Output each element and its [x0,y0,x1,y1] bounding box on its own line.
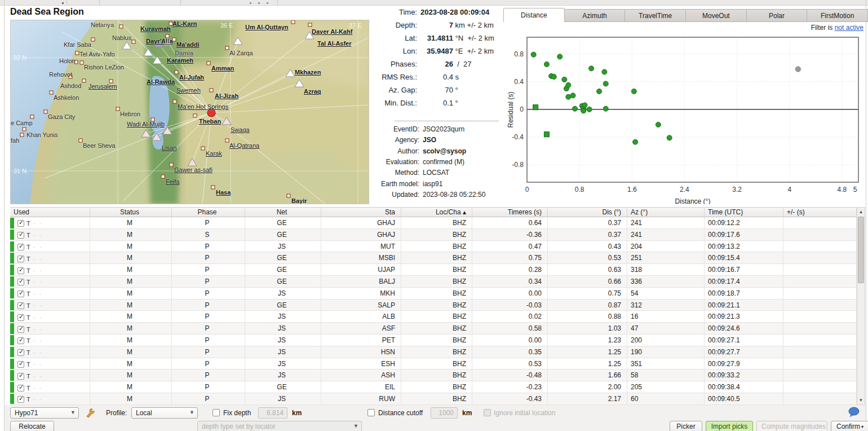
table-scrollbar[interactable]: ▲ ▼ [857,207,865,405]
fix-depth-checkbox[interactable] [212,409,220,416]
map-station-label: Karak [206,150,222,157]
cell-timeres: 0.58 [472,323,548,334]
relocate-button[interactable]: Relocate [10,421,54,431]
comment-bubble-icon[interactable] [848,407,860,417]
used-checkbox[interactable]: ✓ [17,256,24,262]
arrival-row[interactable]: ✓T- -MPGEUJAPBHZ0.280.6331800:09:16.7 [10,264,857,276]
used-checkbox[interactable]: ✓ [17,373,24,380]
used-checkbox[interactable]: ✓ [17,396,24,403]
arrival-row[interactable]: ✓T- -MPGEMSBIBHZ0.750.5325100:09:15.4 [10,252,857,264]
map-city-label: Kfar Saba [64,41,91,48]
tab-distance[interactable]: Distance [503,8,565,22]
svg-text:0.4: 0.4 [514,78,524,86]
cell-cha: BHZ [401,229,472,240]
map-region-title: Dead Sea Region [10,7,84,17]
used-checkbox[interactable]: ✓ [17,302,24,309]
scroll-up-icon[interactable]: ▲ [857,208,865,216]
used-checkbox[interactable]: ✓ [17,326,24,333]
arrival-row[interactable]: ✓T- -MPJSHSNBHZ0.351.2519000:09:27.7 [10,346,857,358]
residual-distance-plot[interactable]: 00.81.62.43.244.850.80.40-0.4-0.8Distanc… [507,34,868,204]
column-header-time-utc-[interactable]: Time (UTC) [705,208,783,217]
column-header-timeres-s-[interactable]: Timeres (s) [472,208,548,217]
plot-series-circle[interactable] [531,52,672,144]
profile-select[interactable]: Local ▼ [131,407,198,419]
column-header--s-[interactable]: +/- (s) [783,208,857,217]
arrival-row[interactable]: ✓T- -MPJSASFBHZ0.581.034700:09:24.6 [10,323,857,335]
column-header-dis-[interactable]: Dis (°) [548,208,627,217]
arrival-row[interactable]: ✓T- -MSGEGHAJBHZ-0.360.3724100:09:17.6 [10,229,857,241]
used-checkbox[interactable]: ✓ [17,361,24,368]
filter-status-link[interactable]: not active [835,24,863,32]
tab-traveltime[interactable]: TravelTime [625,9,686,22]
check-icon: ✓ [19,360,24,367]
used-checkbox[interactable]: ✓ [17,337,24,344]
map-station-label: Swaqa [231,126,250,133]
locator-select[interactable]: Hypo71 ▼ [10,407,79,419]
scolv-location-view: Dead Sea Region 32 N31 N35 E36 E37 ENeta… [0,0,868,431]
arrival-row[interactable]: ✓T- -MPJSALBBHZ0.020.881600:09:21.3 [10,311,857,323]
check-icon: ✓ [19,289,24,297]
used-weight-dashes: - - [33,244,43,250]
arrival-row[interactable]: ✓T- -MPGEGHAJBHZ0.640.3724100:09:12.2 [10,217,857,229]
used-weight-dashes: - - [33,303,43,309]
cell-time: 00:09:17.4 [705,276,783,287]
scrollbar-thumb[interactable] [858,217,864,283]
arrival-row[interactable]: ✓T- -MPGEEILBHZ-0.232.0020500:09:38.4 [10,381,857,393]
used-checkbox[interactable]: ✓ [17,314,24,321]
used-checkbox[interactable]: ✓ [17,244,24,250]
station-map[interactable]: 32 N31 N35 E36 E37 ENetanyaNablusKfar Sa… [10,20,369,204]
arrival-row[interactable]: ✓T- -MPJSMUTBHZ0.470.4320400:09:13.2 [10,241,857,253]
event-info-row: Updated:2023-08-28 05:22:50 [355,191,507,201]
column-header-net[interactable]: Net [245,208,321,217]
arrival-row[interactable]: ✓T- -MPJSPETBHZ0.001.2320000:09:27.1 [10,335,857,346]
tab-polar[interactable]: Polar [747,9,808,22]
plot-series-circle[interactable] [795,67,800,72]
column-header-az-[interactable]: Az (°) [627,208,705,217]
data-point [533,105,538,110]
place-marker [91,38,95,41]
fix-depth-input[interactable]: 6.814 [258,407,287,419]
used-checkbox[interactable]: ✓ [17,232,24,239]
cell-az: 190 [627,346,705,358]
tab-azimuth[interactable]: Azimuth [565,9,626,22]
column-header-status[interactable]: Status [90,208,172,217]
used-checkbox[interactable]: ✓ [17,220,24,227]
arrival-row[interactable]: ✓T- -MPGEBALJBHZ0.340.6633600:09:17.4 [10,276,857,288]
used-checkbox[interactable]: ✓ [17,267,24,274]
tab-firstmotion[interactable]: FirstMotion [807,9,868,22]
place-marker [170,163,173,166]
column-header-loc-cha[interactable]: Loc/Cha ▴ [401,208,472,217]
used-checkbox[interactable]: ✓ [17,349,24,356]
cell-az: 336 [627,276,705,287]
distance-cutoff-input[interactable]: 1000 [431,407,458,419]
distance-cutoff-checkbox[interactable] [367,409,375,416]
cell-sta: BALJ [321,276,401,287]
data-point [544,132,549,137]
column-header-used[interactable]: Used [10,208,90,217]
picker-button[interactable]: Picker [670,421,702,431]
arrival-row[interactable]: ✓T- -MPGESALPBHZ-0.030.8731200:09:21.1 [10,300,857,311]
cell-phase: P [172,393,245,404]
column-header-sta[interactable]: Sta [321,208,401,217]
origin-info-row: Time:2023-08-28 00:09:04 [365,8,506,21]
column-header-phase[interactable]: Phase [172,208,245,217]
cell-status: M [90,300,172,311]
used-checkbox[interactable]: ✓ [17,291,24,297]
arrivals-table: UsedStatusPhaseNetStaLoc/Cha ▴Timeres (s… [10,207,857,405]
check-icon: ✓ [19,372,24,379]
used-cell: ✓T- - [10,241,90,252]
arrival-row[interactable]: ✓T- -MPJSASHBHZ-0.481.665800:09:33.2 [10,370,857,381]
used-checkbox[interactable]: ✓ [17,385,24,392]
locator-settings-wrench-icon[interactable] [85,407,96,419]
import-picks-button[interactable]: Import picks [706,421,753,431]
cell-cha: BHZ [401,311,472,322]
arrival-row[interactable]: ✓T- -MPJSESHBHZ0.531.2535100:09:27.9 [10,358,857,370]
arrival-row[interactable]: ✓T- -MPJSRUWBHZ-0.432.176000:09:40.5 [10,393,857,405]
used-checkbox[interactable]: ✓ [17,279,24,285]
scroll-down-icon[interactable]: ▼ [857,397,865,404]
place-marker [23,127,26,131]
confirm-button[interactable]: Confirm▾ [831,421,868,431]
tab-moveout[interactable]: MoveOut [686,9,747,22]
used-status-bar [10,288,14,299]
arrival-row[interactable]: ✓T- -MPJSMKHBHZ0.000.755400:09:18.7 [10,288,857,300]
